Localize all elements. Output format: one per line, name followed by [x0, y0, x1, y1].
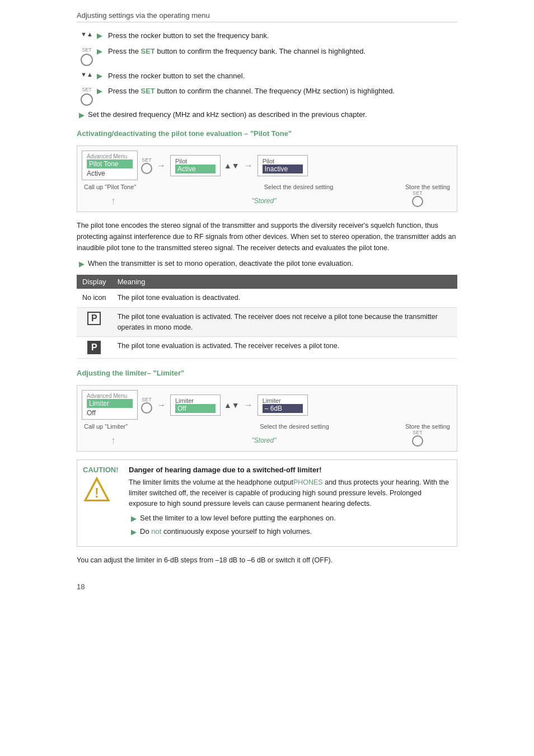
limiter-heading: Adjusting the limiter– "Limiter" — [77, 369, 457, 377]
pilot-table: Display Meaning No icon The pilot tone e… — [77, 275, 457, 359]
pilot-set-circle — [141, 163, 152, 174]
pilot-box3-value: Inactive — [263, 165, 303, 173]
caution-bullet-text-1: Set the limiter to a low level before pu… — [140, 514, 336, 522]
rocker-icon: ▼▲ — [81, 31, 93, 37]
set-keyword-1: SET — [141, 47, 155, 55]
limiter-box1-highlight: Limiter — [87, 399, 133, 408]
caution-body-1: The limiter limits the volume at the hea… — [129, 478, 293, 486]
pilot-call-up: Call up "Pilot Tone" — [84, 184, 136, 190]
pilot-stored-set-label: SET — [413, 190, 423, 196]
set-keyword-2: SET — [141, 87, 155, 95]
instruction-text-2: Press the SET button to confirm the freq… — [108, 46, 457, 57]
limiter-box3-value: – 6dB — [263, 404, 303, 413]
caution-bullet-arrow-1: ▶ — [131, 514, 137, 523]
pilot-updown-arrow: ▲▼ — [224, 161, 240, 170]
table-cell-meaning-2: The pilot tone evaluation is activated. … — [112, 307, 457, 337]
limiter-down-arrow-left: ↑ — [111, 435, 116, 447]
pilot-set-label: SET — [142, 157, 152, 163]
pilot-arrow-right-1: → — [156, 161, 167, 171]
caution-bullet-1: ▶ Set the limiter to a low level before … — [129, 514, 451, 523]
limiter-box1-body: Off — [87, 409, 133, 417]
pilot-body-text: The pilot tone encodes the stereo signal… — [77, 220, 457, 253]
rocker-icon-2: ▼▲ — [81, 72, 93, 78]
p-icon-filled: P — [87, 341, 101, 354]
limiter-diag-bottom: Call up "Limiter" Select the desired set… — [82, 423, 452, 430]
limiter-box2-value: Off — [175, 404, 216, 413]
svg-text:!: ! — [95, 486, 99, 501]
set-label-1: SET — [82, 47, 92, 53]
limiter-stored-set: SET — [412, 430, 423, 447]
limiter-stored-label: "Stored" — [252, 436, 277, 444]
pilot-down-arrow-left: ↑ — [111, 195, 116, 207]
caution-body-text: The limiter limits the volume at the hea… — [129, 477, 451, 509]
limiter-box3-label: Limiter — [263, 397, 303, 404]
pilot-set-col: SET — [141, 157, 152, 174]
pilot-bullet-text: When the transmitter is set to mono oper… — [88, 259, 353, 267]
limiter-arrow-right-2: → — [243, 400, 254, 410]
limiter-diag-top-row: Advanced Menu Limiter Off SET → Limiter … — [82, 390, 452, 420]
set-circle-2 — [81, 93, 93, 106]
limiter-stored-row: ↑ "Stored" SET — [82, 430, 452, 447]
table-row: P The pilot tone evaluation is activated… — [77, 307, 457, 337]
set-icon-col-2: SET — [77, 86, 97, 106]
instruction-row-2: SET ▶ Press the SET button to confirm th… — [77, 46, 457, 66]
table-cell-display-2: P — [77, 307, 112, 337]
pilot-stored-set: SET — [412, 190, 423, 207]
limiter-box-2: Limiter Off — [170, 395, 221, 416]
rocker-icon-col-2: ▼▲ — [77, 71, 97, 78]
caution-headline: Danger of hearing damage due to a switch… — [129, 466, 451, 474]
header-title: Adjusting settings via the operating men… — [77, 11, 210, 20]
limiter-section: Adjusting the limiter– "Limiter" Advance… — [77, 369, 457, 565]
pilot-box2-label: Pilot — [175, 158, 216, 165]
pilot-arrow-right-2: → — [243, 161, 254, 171]
set-circle-1 — [81, 54, 93, 66]
table-cell-display-3: P — [77, 337, 112, 359]
limiter-stored-set-label: SET — [413, 430, 423, 435]
pilot-stored-set-circle — [412, 196, 423, 207]
limiter-box-1: Advanced Menu Limiter Off — [82, 390, 138, 420]
limiter-box2-label: Limiter — [175, 397, 216, 404]
pilot-bullet: ▶ When the transmitter is set to mono op… — [77, 259, 457, 268]
arrow-col-3: ▶ — [97, 71, 108, 80]
page-number: 18 — [77, 583, 457, 591]
table-cell-meaning-1: The pilot tone evaluation is deactivated… — [112, 289, 457, 307]
caution-content: Danger of hearing damage due to a switch… — [129, 466, 451, 540]
table-row: No icon The pilot tone evaluation is dea… — [77, 289, 457, 307]
limiter-diagram: Advanced Menu Limiter Off SET → Limiter … — [77, 385, 457, 452]
table-cell-display-1: No icon — [77, 289, 112, 307]
arrow-col-4: ▶ — [97, 86, 108, 95]
warning-triangle-icon: ! — [83, 476, 111, 504]
table-cell-meaning-3: The pilot tone evaluation is activated. … — [112, 337, 457, 359]
pilot-stored-label: "Stored" — [252, 197, 277, 205]
limiter-select-setting: Select the desired setting — [260, 423, 329, 430]
pilot-diagram: Advanced Menu Pilot Tone Active SET → Pi… — [77, 145, 457, 212]
instructions-block: ▼▲ ▶ Press the rocker button to set the … — [77, 30, 457, 119]
limiter-call-up: Call up "Limiter" — [84, 423, 128, 430]
limiter-box1-title: Advanced Menu — [87, 393, 133, 399]
instruction-text-3: Press the rocker button to set the chann… — [108, 71, 457, 82]
caution-box: CAUTION! ! Danger of hearing damage due … — [77, 459, 457, 546]
arrow-col-1: ▶ — [97, 30, 108, 40]
limiter-store-setting: Store the setting — [405, 423, 450, 430]
pilot-diag-top-row: Advanced Menu Pilot Tone Active SET → Pi… — [82, 151, 452, 180]
instruction-text-4: Press the SET button to confirm the chan… — [108, 86, 457, 97]
limiter-arrow-right-1: → — [156, 400, 167, 410]
table-header-display: Display — [77, 275, 112, 289]
pilot-stored-row: ↑ "Stored" SET — [82, 190, 452, 207]
set-label-2: SET — [82, 87, 92, 92]
bullet-arrow-freq: ▶ — [79, 111, 85, 119]
caution-bullet-text-2: Do not continuously expose yourself to h… — [140, 527, 312, 536]
page-container: Adjusting settings via the operating men… — [77, 0, 457, 613]
instruction-row-4: SET ▶ Press the SET button to confirm th… — [77, 86, 457, 106]
pilot-store-setting: Store the setting — [405, 184, 450, 190]
pilot-heading: Activating/deactivating the pilot tone e… — [77, 129, 457, 138]
limiter-set-label: SET — [142, 397, 152, 402]
rocker-icon-col: ▼▲ — [77, 30, 97, 37]
pilot-box-3: Pilot Inactive — [257, 155, 308, 176]
pilot-section: Activating/deactivating the pilot tone e… — [77, 129, 457, 359]
caution-bullet-2: ▶ Do not continuously expose yourself to… — [129, 527, 451, 536]
p-icon-outline: P — [87, 312, 101, 325]
page-header: Adjusting settings via the operating men… — [77, 11, 457, 22]
caution-phones-word: PHONES — [293, 478, 323, 486]
table-row: P The pilot tone evaluation is activated… — [77, 337, 457, 359]
